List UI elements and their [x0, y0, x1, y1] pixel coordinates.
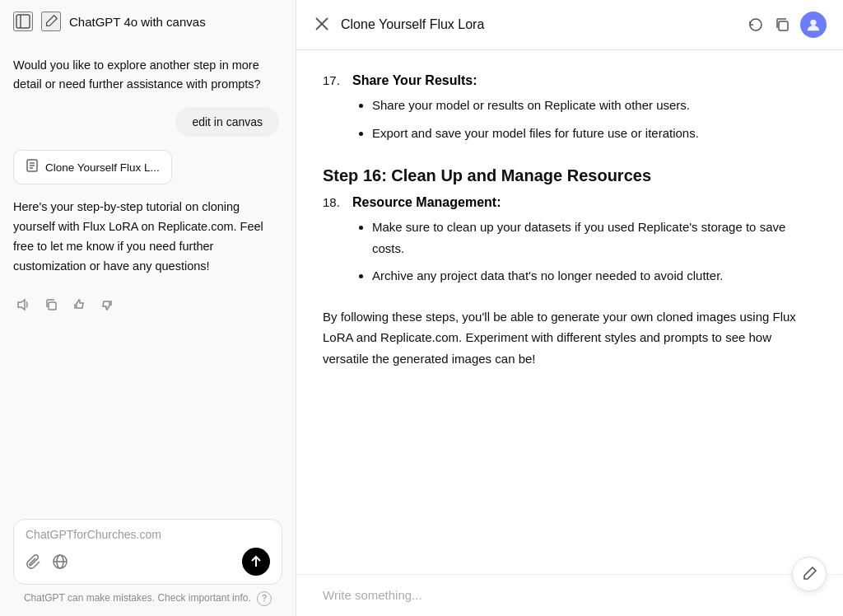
input-box[interactable]: ChatGPTforChurches.com [13, 519, 282, 585]
edit-in-canvas-button[interactable]: edit in canvas [175, 107, 279, 137]
message-actions [13, 296, 282, 315]
thumbs-down-button[interactable] [97, 296, 117, 315]
left-header: ChatGPT 4o with canvas [0, 0, 296, 43]
app-title: ChatGPT 4o with canvas [69, 15, 282, 29]
svg-marker-6 [18, 300, 25, 310]
copy-message-button[interactable] [41, 296, 61, 315]
canvas-title: Clone Yourself Flux Lora [341, 17, 738, 32]
chat-area: Would you like to explore another step i… [0, 43, 296, 509]
footer-disclaimer: ChatGPT can make mistakes. Check importa… [13, 591, 282, 606]
left-panel: ChatGPT 4o with canvas Would you like to… [0, 0, 296, 616]
numbered-item-17: 17. Share Your Results: Share your model… [323, 73, 817, 150]
response-message: Here's your step-by-step tutorial on clo… [13, 198, 282, 277]
user-avatar [800, 12, 827, 38]
bullet-item: Archive any project data that's no longe… [372, 265, 817, 287]
canvas-edit-fab[interactable] [792, 557, 827, 591]
step16-heading: Step 16: Clean Up and Manage Resources [323, 166, 817, 185]
help-badge[interactable]: ? [257, 591, 272, 606]
history-button[interactable] [748, 16, 764, 33]
svg-rect-0 [16, 15, 30, 28]
input-action-icons [26, 553, 68, 570]
canvas-input-area[interactable]: Write something... [296, 574, 843, 616]
bullet-list-18: Make sure to clean up your datasets if y… [352, 217, 817, 287]
bullet-item: Export and save your model files for fut… [372, 123, 699, 144]
numbered-item-18: 18. Resource Management: Make sure to cl… [323, 195, 817, 293]
bullet-item: Share your model or results on Replicate… [372, 95, 699, 116]
item-heading-17: Share Your Results: [352, 73, 477, 87]
bullet-list-17: Share your model or results on Replicate… [352, 95, 699, 143]
left-footer: ChatGPTforChurches.com [0, 509, 296, 616]
edit-icon-button[interactable] [41, 12, 61, 31]
item-content-17: Share Your Results: Share your model or … [352, 73, 699, 150]
right-header-icons [748, 12, 827, 38]
canvas-doc-pill[interactable]: Clone Yourself Flux L... [13, 150, 172, 184]
globe-button[interactable] [52, 553, 68, 570]
right-panel: Clone Yourself Flux Lora [296, 0, 843, 616]
canvas-input-placeholder: Write something... [323, 588, 422, 602]
svg-rect-16 [779, 21, 788, 30]
item-number-18: 18. [323, 195, 346, 293]
svg-point-17 [810, 20, 816, 26]
item-content-18: Resource Management: Make sure to clean … [352, 195, 817, 293]
assistant-question-message: Would you like to explore another step i… [13, 56, 282, 94]
right-header: Clone Yourself Flux Lora [296, 0, 843, 50]
closing-paragraph: By following these steps, you'll be able… [323, 306, 817, 370]
send-button[interactable] [242, 548, 270, 576]
svg-rect-7 [49, 302, 56, 310]
attach-button[interactable] [26, 553, 42, 570]
canvas-content: 17. Share Your Results: Share your model… [296, 50, 843, 574]
item-number-17: 17. [323, 73, 346, 150]
input-text[interactable]: ChatGPTforChurches.com [26, 528, 270, 548]
thumbs-up-button[interactable] [69, 296, 89, 315]
item-heading-18: Resource Management: [352, 195, 501, 209]
canvas-doc-label: Clone Yourself Flux L... [45, 161, 160, 174]
input-actions [26, 548, 270, 576]
document-icon [26, 159, 39, 175]
speaker-button[interactable] [13, 296, 33, 315]
copy-canvas-button[interactable] [774, 16, 790, 33]
close-button[interactable] [313, 15, 331, 35]
bullet-item: Make sure to clean up your datasets if y… [372, 217, 817, 259]
sidebar-toggle-button[interactable] [13, 12, 33, 31]
